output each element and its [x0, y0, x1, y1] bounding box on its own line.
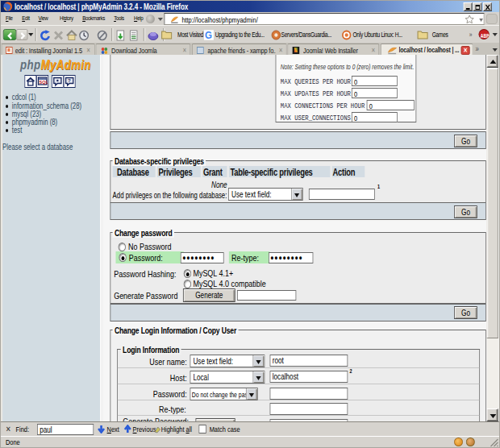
svg-text:G: G [205, 30, 212, 40]
svg-text:SQL: SQL [40, 80, 48, 85]
svg-text:?: ? [68, 79, 71, 84]
